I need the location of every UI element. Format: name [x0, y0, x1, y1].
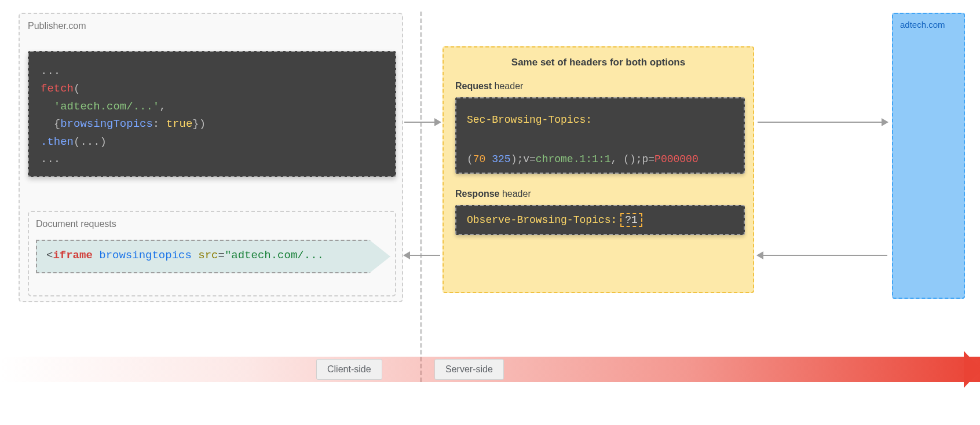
adtech-label: adtech.com [900, 20, 945, 30]
code-text: 325 [492, 153, 510, 165]
code-text: ... [41, 65, 60, 78]
code-text: ) [511, 153, 517, 165]
code-text: 'adtech.com/...' [54, 100, 159, 113]
request-header-block: Sec-Browsing-Topics: (70 325);v=chrome.1… [455, 97, 745, 174]
docreq-container: Document requests <iframe browsingtopics… [28, 211, 396, 296]
code-text: } [192, 118, 199, 130]
code-text: (...) [74, 135, 107, 148]
arrow-adtech-to-response [758, 255, 887, 256]
fetch-code-block: ... fetch( 'adtech.com/...', {browsingTo… [28, 51, 396, 177]
code-text: , [159, 100, 166, 113]
code-text: ;p= [636, 153, 654, 165]
client-side-label: Client-side [316, 359, 382, 380]
code-text: { [54, 118, 60, 130]
publisher-label: Publisher.com [28, 21, 86, 31]
code-text: fetch [41, 82, 74, 95]
code-text: true [166, 118, 193, 130]
arrow-headers-to-iframe [404, 255, 440, 256]
code-text: = [218, 249, 225, 262]
code-text: ( [467, 153, 473, 165]
publisher-container: Publisher.com ... fetch( 'adtech.com/...… [19, 13, 403, 302]
code-text: P000000 [654, 153, 699, 165]
headers-panel: Same set of headers for both options Req… [443, 46, 754, 293]
code-text: browsingtopics [99, 249, 192, 262]
code-text: ;v= [517, 153, 535, 165]
request-header-label: Request header [455, 81, 741, 91]
arrow-fetch-to-headers [404, 122, 440, 123]
code-text: browsingTopics [60, 118, 153, 130]
code-text: ) [199, 118, 206, 130]
response-header-value: ?1 [620, 213, 642, 227]
code-text: () [623, 153, 636, 165]
headers-title: Same set of headers for both options [455, 57, 741, 68]
server-side-label: Server-side [434, 359, 504, 380]
code-text: , [610, 153, 623, 165]
code-text: ... [41, 153, 60, 166]
code-text: "adtech.com/... [225, 249, 324, 262]
code-text: ( [74, 82, 80, 95]
code-text: chrome.1:1:1 [536, 153, 611, 165]
code-text: 70 [473, 153, 486, 165]
adtech-container: adtech.com [892, 13, 965, 299]
response-header-label: Response header [455, 189, 741, 199]
code-text: iframe [53, 249, 92, 262]
arrow-headers-to-adtech [758, 122, 887, 123]
code-text: < [46, 249, 53, 262]
code-text [485, 153, 492, 165]
code-text: Sec-Browsing-Topics: [467, 114, 592, 126]
code-text: : [153, 118, 166, 130]
vertical-divider [420, 12, 422, 382]
code-text: .then [41, 135, 74, 148]
response-header-block: Observe-Browsing-Topics: ?1 [455, 205, 745, 235]
iframe-code-block: <iframe browsingtopics src="adtech.com/.… [36, 240, 390, 273]
docreq-label: Document requests [36, 219, 116, 229]
code-text: src [198, 249, 218, 262]
code-text: Observe-Browsing-Topics: [467, 214, 617, 226]
